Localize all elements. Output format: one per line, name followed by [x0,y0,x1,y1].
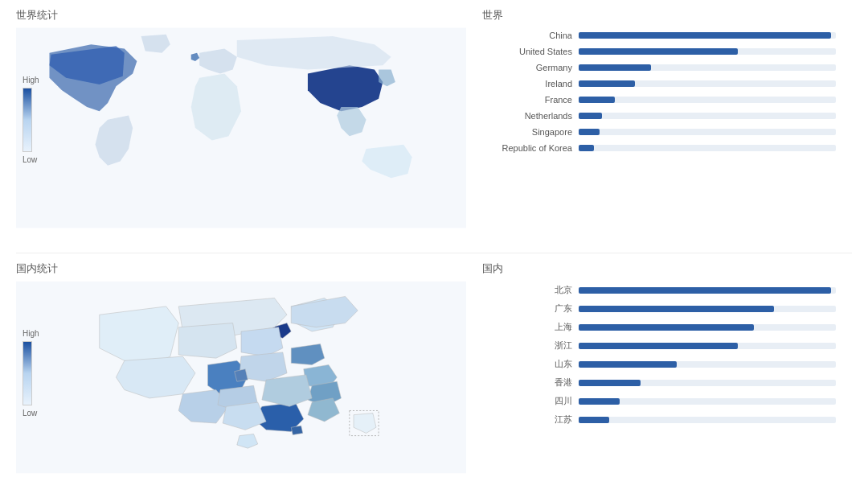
domestic-bar-row: 上海 [482,321,836,333]
section-divider [16,253,852,253]
domestic-bar-fill [579,398,620,405]
china-map-svg [16,281,466,474]
world-bar-row: Ireland [482,79,836,88]
world-bar-fill [579,32,831,39]
domestic-bar-label: 香港 [482,376,579,389]
world-bar-fill [579,113,602,119]
world-bar-row: Singapore [482,127,836,137]
domestic-bar-track [579,287,836,294]
domestic-bar-fill [579,361,677,368]
domestic-bar-row: 四川 [482,395,836,407]
domestic-bar-fill [579,380,641,386]
domestic-bar-track [579,324,836,331]
world-bar-label: Netherlands [482,111,579,121]
domestic-bar-track [579,417,836,423]
domestic-legend-bar [23,341,32,405]
domestic-map-panel: 国内统计 [16,261,466,490]
domestic-bar-track [579,398,836,405]
domestic-bar-fill [579,306,774,312]
domestic-bar-label: 江苏 [482,414,579,426]
domestic-bar-track [579,380,836,386]
world-bar-fill [579,97,615,103]
domestic-bar-label: 上海 [482,321,579,333]
world-bar-label: Germany [482,63,579,72]
domestic-bar-fill [579,417,609,423]
domestic-bar-row: 北京 [482,284,836,296]
world-bar-row: Republic of Korea [482,143,836,153]
world-bar-label: United States [482,47,579,56]
domestic-legend-high: High [23,329,39,338]
world-chart-panel: 世界 China United States Germany Ireland F… [466,8,852,237]
domestic-bar-label: 北京 [482,284,579,296]
world-bar-fill [579,129,600,135]
domestic-chart-panel: 国内 北京 广东 上海 浙江 山东 香港 四川 [466,261,852,490]
world-bar-label: France [482,95,579,105]
world-bar-track [579,64,836,71]
world-legend: High Low [23,76,39,164]
domestic-section: 国内统计 [16,261,852,490]
world-bar-fill [579,145,594,151]
page: 世界统计 [0,0,868,502]
domestic-bar-label: 四川 [482,395,579,407]
world-legend-high: High [23,76,39,84]
domestic-map-title: 国内统计 [16,261,466,276]
domestic-bar-track [579,361,836,368]
world-bar-label: Ireland [482,79,579,88]
world-legend-bar [23,88,32,152]
domestic-bar-row: 香港 [482,376,836,389]
world-bar-track [579,32,836,39]
domestic-bar-track [579,306,836,312]
world-bars: China United States Germany Ireland Fran… [482,31,836,153]
domestic-bar-row: 浙江 [482,339,836,352]
world-map-panel: 世界统计 [16,8,466,237]
world-map-container: High Low [16,27,466,237]
world-map-svg [16,27,466,228]
domestic-bar-fill [579,343,738,349]
world-bar-fill [579,64,651,71]
world-section: 世界统计 [16,8,852,237]
domestic-bar-track [579,343,836,349]
world-chart-title: 世界 [482,8,836,23]
domestic-bars: 北京 广东 上海 浙江 山东 香港 四川 江苏 [482,284,836,426]
world-bar-label: Singapore [482,127,579,137]
domestic-bar-row: 江苏 [482,414,836,426]
world-bar-row: United States [482,47,836,56]
world-bar-label: Republic of Korea [482,143,579,153]
world-bar-row: France [482,95,836,105]
world-bar-row: China [482,31,836,40]
world-bar-track [579,145,836,151]
domestic-bar-label: 广东 [482,302,579,315]
domestic-bar-row: 山东 [482,358,836,370]
domestic-legend: High Low [23,329,39,418]
domestic-bar-row: 广东 [482,302,836,315]
domestic-bar-label: 浙江 [482,339,579,352]
world-bar-track [579,113,836,119]
world-map-title: 世界统计 [16,8,466,23]
domestic-bar-fill [579,324,754,331]
domestic-map-container: High Low [16,281,466,490]
world-bar-row: Germany [482,63,836,72]
world-bar-fill [579,80,635,87]
world-legend-low: Low [23,155,37,164]
domestic-bar-label: 山东 [482,358,579,370]
world-bar-fill [579,48,738,55]
domestic-legend-low: Low [23,409,37,418]
domestic-chart-title: 国内 [482,261,836,276]
world-bar-track [579,129,836,135]
world-bar-label: China [482,31,579,40]
world-bar-row: Netherlands [482,111,836,121]
world-bar-track [579,97,836,103]
domestic-bar-fill [579,287,831,294]
world-bar-track [579,80,836,87]
world-bar-track [579,48,836,55]
